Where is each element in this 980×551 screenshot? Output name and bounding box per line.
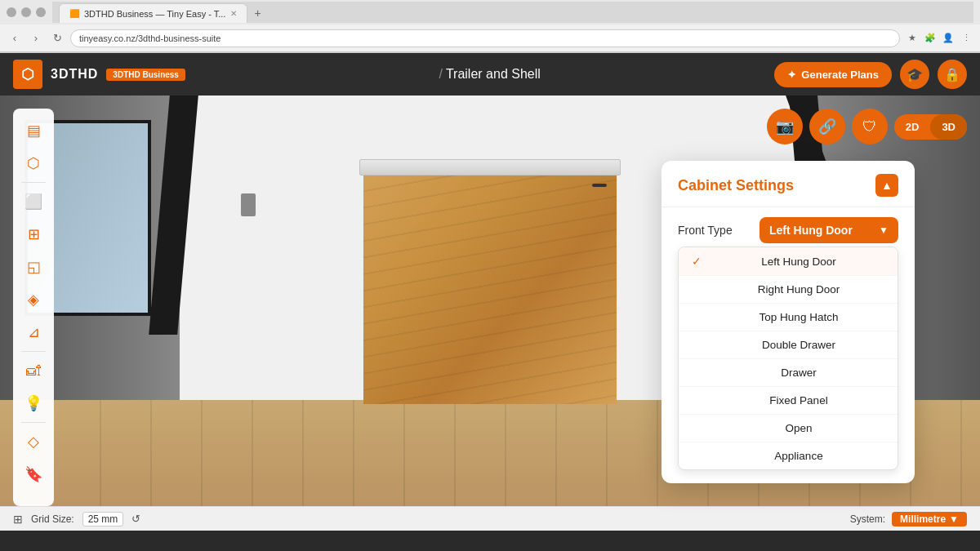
sidebar-icon-bookmark[interactable]: 🔖 <box>18 459 49 490</box>
reload-btn[interactable]: ↻ <box>49 30 65 47</box>
share-btn[interactable]: 🔗 <box>809 109 845 144</box>
breadcrumb-current: Trailer and Shell <box>446 67 541 82</box>
browser-minimize-btn[interactable] <box>21 7 31 17</box>
dropdown-item-label: Drawer <box>713 367 884 379</box>
bottom-bar: ⊞ Grid Size: 25 mm ↺ System: Millimetre … <box>0 506 980 531</box>
sidebar-icon-window[interactable]: ⊞ <box>18 219 49 250</box>
grid-icon: ⊞ <box>13 513 23 526</box>
shield-btn[interactable]: 🛡 <box>852 109 888 144</box>
sidebar-icon-object[interactable]: ⬡ <box>18 148 49 179</box>
sidebar-icon-layers[interactable]: ▤ <box>18 115 49 146</box>
front-type-dropdown[interactable]: Left Hung Door ▼ <box>760 217 898 243</box>
browser-maximize-btn[interactable] <box>36 7 46 17</box>
lock-btn[interactable]: 🔒 <box>938 60 967 89</box>
bookmark-icon[interactable]: ★ <box>905 31 920 46</box>
dropdown-item[interactable]: Top Hung Hatch <box>679 304 898 331</box>
wall-switch <box>241 193 256 216</box>
left-sidebar: ▤ ⬡ ⬜ ⊞ ◱ ◈ ⊿ 🛋 💡 ◇ 🔖 <box>13 109 54 506</box>
checkmark-icon: ✓ <box>692 255 705 268</box>
app-header: ⬡ 3DTHD 3DTHD Business / Trailer and She… <box>0 53 980 96</box>
sidebar-icon-material[interactable]: ◈ <box>18 284 49 315</box>
url-text: tinyeasy.co.nz/3dthd-business-suite <box>79 33 220 43</box>
address-bar[interactable]: tinyeasy.co.nz/3dthd-business-suite <box>70 29 900 47</box>
view-mode-toggle: 2D 3D <box>894 114 967 140</box>
forward-btn[interactable]: › <box>28 30 44 47</box>
dropdown-item-label: Right Hung Door <box>713 283 884 295</box>
dropdown-menu: ✓ Left Hung Door Right Hung Door Top Hun… <box>678 247 898 470</box>
system-dropdown[interactable]: Millimetre ▼ <box>892 512 967 527</box>
camera-btn[interactable]: 📷 <box>767 109 803 144</box>
header-actions: ✦ Generate Plans 🎓 🔒 <box>774 60 967 89</box>
dropdown-item-label: Fixed Panel <box>713 394 884 407</box>
selected-option-label: Left Hung Door <box>769 224 853 237</box>
bottom-right: System: Millimetre ▼ <box>850 512 967 527</box>
dropdown-item-label: Top Hung Hatch <box>713 311 884 323</box>
dropdown-item-label: Left Hung Door <box>713 256 884 268</box>
tab-title: 3DTHD Business — Tiny Easy - T... <box>84 9 225 19</box>
generate-btn-label: Generate Plans <box>801 69 879 81</box>
breadcrumb-sep: / <box>439 67 442 82</box>
sidebar-divider-1 <box>21 182 46 183</box>
dropdown-item[interactable]: Fixed Panel <box>679 387 898 415</box>
cabinet-wood-grain <box>363 176 617 404</box>
dropdown-item-label: Open <box>713 422 884 434</box>
panel-header: Cabinet Settings ▲ <box>662 161 915 207</box>
system-arrow-icon: ▼ <box>949 513 959 525</box>
sidebar-icon-furniture[interactable]: 🛋 <box>18 355 49 386</box>
dropdown-item[interactable]: Right Hung Door <box>679 276 898 304</box>
account-icon[interactable]: 👤 <box>941 31 956 46</box>
view-2d-btn[interactable]: 2D <box>894 114 931 140</box>
dropdown-item[interactable]: Appliance <box>679 442 898 469</box>
sidebar-divider-3 <box>21 422 46 423</box>
dropdown-item[interactable]: Double Drawer <box>679 331 898 359</box>
main-content: ▤ ⬡ ⬜ ⊞ ◱ ◈ ⊿ 🛋 💡 ◇ 🔖 📷 🔗 🛡 2D 3D <box>0 96 980 531</box>
cabinet-countertop <box>359 159 621 176</box>
sidebar-icon-lighting[interactable]: 💡 <box>18 388 49 419</box>
extensions-icon[interactable]: 🧩 <box>923 31 938 46</box>
menu-icon[interactable]: ⋮ <box>959 31 973 46</box>
courses-btn[interactable]: 🎓 <box>900 60 929 89</box>
browser-tab[interactable]: 🟧 3DTHD Business — Tiny Easy - T... ✕ <box>59 3 247 23</box>
system-value: Millimetre <box>900 513 946 525</box>
dropdown-item[interactable]: Drawer <box>679 359 898 387</box>
sidebar-icon-cabinet[interactable]: ◱ <box>18 251 49 282</box>
panel-title: Cabinet Settings <box>678 177 794 194</box>
breadcrumb: / Trailer and Shell <box>205 67 774 82</box>
grid-size-value[interactable]: 25 mm <box>82 512 124 527</box>
dropdown-item[interactable]: ✓ Left Hung Door <box>679 247 898 276</box>
generate-plus-icon: ✦ <box>787 69 796 81</box>
cabinet[interactable] <box>363 159 617 404</box>
tab-close-icon[interactable]: ✕ <box>230 9 237 18</box>
panel-collapse-btn[interactable]: ▲ <box>875 174 898 197</box>
sidebar-divider-2 <box>21 351 46 352</box>
new-tab-btn[interactable]: + <box>247 3 267 23</box>
view-3d-btn[interactable]: 3D <box>930 114 967 140</box>
cabinet-body <box>363 176 617 404</box>
sidebar-icon-stairs[interactable]: ⊿ <box>18 317 49 348</box>
app-container: ⬡ 3DTHD 3DTHD Business / Trailer and She… <box>0 53 980 531</box>
dropdown-item-label: Double Drawer <box>713 339 884 351</box>
logo-text: 3DTHD <box>51 67 98 82</box>
tab-favicon: 🟧 <box>69 9 79 18</box>
cabinet-settings-panel: Cabinet Settings ▲ Front Type Left Hung … <box>662 161 915 483</box>
front-type-row: Front Type Left Hung Door ▼ <box>662 207 915 243</box>
logo-area: ⬡ 3DTHD 3DTHD Business <box>13 60 185 89</box>
dropdown-item[interactable]: Open <box>679 415 898 442</box>
front-type-label: Front Type <box>678 224 751 237</box>
grid-reset-btn[interactable]: ↺ <box>131 513 140 525</box>
sidebar-icon-shape[interactable]: ◇ <box>18 426 49 457</box>
grid-size-label: Grid Size: <box>31 513 74 525</box>
cabinet-handle <box>592 184 607 187</box>
sidebar-icon-door[interactable]: ⬜ <box>18 186 49 217</box>
dropdown-arrow-icon: ▼ <box>879 224 889 236</box>
generate-plans-btn[interactable]: ✦ Generate Plans <box>774 62 892 87</box>
business-badge: 3DTHD Business <box>106 69 185 81</box>
back-btn[interactable]: ‹ <box>7 30 23 47</box>
dropdown-item-label: Appliance <box>713 450 884 462</box>
system-label: System: <box>850 513 885 525</box>
browser-close-btn[interactable] <box>7 7 16 17</box>
view-controls: 📷 🔗 🛡 2D 3D <box>767 109 967 144</box>
logo-cube: ⬡ <box>13 60 42 89</box>
